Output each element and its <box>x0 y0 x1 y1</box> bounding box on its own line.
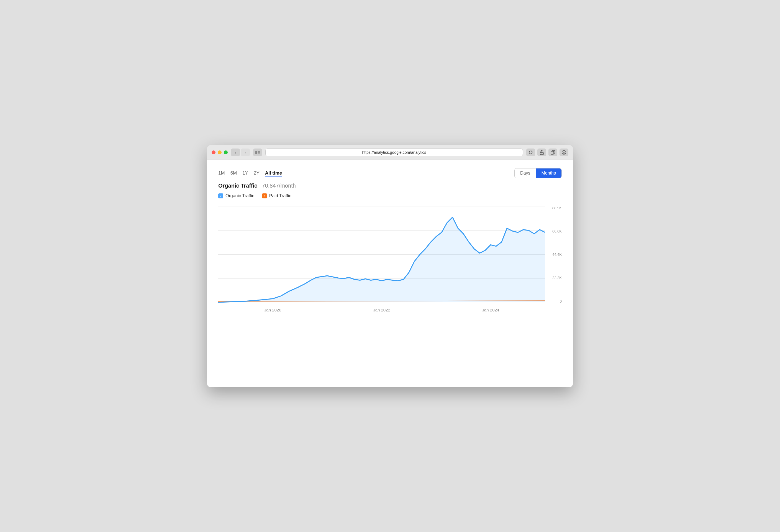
svg-rect-2 <box>258 152 260 153</box>
y-label-44k: 44.4K <box>546 253 562 256</box>
svg-marker-7 <box>218 217 545 302</box>
legend-paid[interactable]: ✓ Paid Traffic <box>262 193 291 198</box>
tab-1y[interactable]: 1Y <box>242 169 248 177</box>
fullscreen-button[interactable] <box>224 150 228 154</box>
share-button[interactable] <box>537 148 546 156</box>
view-months-button[interactable]: Months <box>536 168 562 178</box>
organic-checkbox[interactable]: ✓ <box>218 193 223 198</box>
svg-rect-3 <box>258 153 260 153</box>
y-axis-labels: 88.9K 66.6K 44.4K 22.2K 0 <box>546 206 562 303</box>
y-label-66k: 66.6K <box>546 230 562 233</box>
view-days-button[interactable]: Days <box>515 168 536 178</box>
tab-1m[interactable]: 1M <box>218 169 225 177</box>
chart-area <box>218 206 545 303</box>
metric-header: Organic Traffic 70,847/month <box>218 183 562 189</box>
y-label-88k: 88.9K <box>546 206 562 210</box>
close-button[interactable] <box>212 150 215 154</box>
browser-actions <box>526 148 568 156</box>
x-label-2020: Jan 2020 <box>264 307 281 312</box>
tab-all-time[interactable]: All time <box>265 169 282 177</box>
legend-organic[interactable]: ✓ Organic Traffic <box>218 193 254 198</box>
sidebar-toggle-button[interactable] <box>253 148 262 156</box>
organic-label: Organic Traffic <box>226 193 254 198</box>
y-label-22k: 22.2K <box>546 276 562 280</box>
nav-buttons: ‹ › <box>231 148 250 156</box>
browser-window: ‹ › https://analytics.google.com/analyti… <box>207 145 573 387</box>
controls-row: 1M 6M 1Y 2Y All time Days Months <box>218 168 562 178</box>
tab-2y[interactable]: 2Y <box>254 169 259 177</box>
metric-value: 70,847/month <box>262 183 296 189</box>
x-axis-labels: Jan 2020 Jan 2022 Jan 2024 <box>218 303 545 317</box>
x-label-2022: Jan 2022 <box>373 307 390 312</box>
paid-checkbox[interactable]: ✓ <box>262 193 267 198</box>
address-bar[interactable]: https://analytics.google.com/analytics <box>265 148 523 156</box>
chart-legend: ✓ Organic Traffic ✓ Paid Traffic <box>218 193 562 198</box>
tab-6m[interactable]: 6M <box>231 169 237 177</box>
svg-rect-1 <box>258 151 260 152</box>
back-button[interactable]: ‹ <box>231 148 240 156</box>
chart-svg <box>218 206 545 303</box>
reload-button[interactable] <box>526 148 535 156</box>
svg-rect-5 <box>551 151 554 154</box>
download-button[interactable] <box>559 148 568 156</box>
minimize-button[interactable] <box>218 150 222 154</box>
title-bar: ‹ › https://analytics.google.com/analyti… <box>207 145 573 160</box>
page-content: 1M 6M 1Y 2Y All time Days Months Organic… <box>207 160 573 387</box>
chart-container: 88.9K 66.6K 44.4K 22.2K 0 Jan 2020 Jan 2… <box>218 206 562 317</box>
x-label-2024: Jan 2024 <box>482 307 499 312</box>
svg-rect-0 <box>255 151 257 154</box>
forward-button[interactable]: › <box>241 148 250 156</box>
duplicate-button[interactable] <box>548 148 557 156</box>
time-range-tabs: 1M 6M 1Y 2Y All time <box>218 169 282 177</box>
traffic-lights <box>212 150 228 154</box>
y-label-0: 0 <box>546 299 562 303</box>
paid-label: Paid Traffic <box>269 193 291 198</box>
metric-title: Organic Traffic <box>218 183 257 189</box>
view-toggle: Days Months <box>515 168 562 178</box>
